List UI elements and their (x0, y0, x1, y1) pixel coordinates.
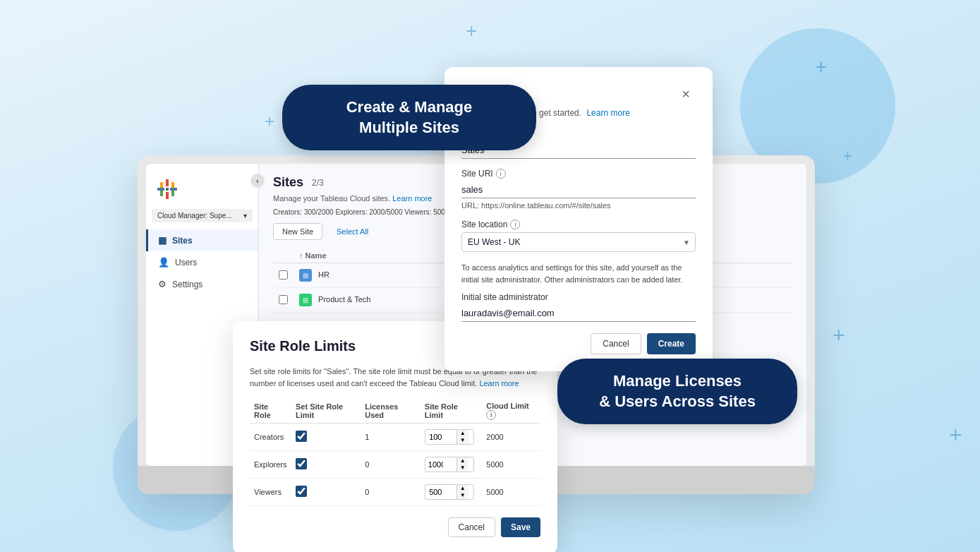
table-row: Viewers 0 ▲ ▼ 5000 (250, 479, 540, 506)
cloud-limit-info-icon[interactable]: i (486, 410, 496, 420)
table-row: Explorers 0 ▲ ▼ 5000 (250, 451, 540, 479)
sidebar-collapse-button[interactable]: ‹ (250, 174, 265, 188)
license-info-text: Creators: 300/2000 Explorers: 2000/5000 … (273, 208, 463, 216)
url-display: URL: https://online.tableau.com/#/site/s… (461, 201, 696, 210)
explorers-limit-up[interactable]: ▲ (457, 457, 468, 464)
svg-rect-6 (160, 191, 163, 196)
sites-learn-more-link[interactable]: Learn more (392, 194, 432, 203)
settings-icon: ⚙ (158, 279, 167, 289)
viewers-limit-up[interactable]: ▲ (457, 485, 468, 492)
initial-admin-input[interactable] (461, 305, 696, 322)
cancel-button[interactable]: Cancel (591, 333, 641, 354)
new-site-button[interactable]: New Site (273, 223, 322, 240)
srl-modal-actions: Cancel Save (250, 517, 540, 537)
sites-count: 2/3 (312, 178, 324, 188)
dropdown-label: Cloud Manager: Supe... (157, 212, 232, 220)
initial-admin-label: Initial site administrator (461, 292, 696, 302)
site-uri-input[interactable] (461, 181, 696, 198)
modal-close-button[interactable]: × (676, 84, 696, 104)
sidebar-item-sites[interactable]: ▦ Sites (146, 229, 258, 251)
srl-col-role-limit: Site Role Limit (421, 399, 482, 424)
licenses-used-cell: 0 (361, 479, 421, 506)
licenses-used-cell: 1 (361, 424, 421, 451)
dropdown-arrow-icon: ▾ (243, 212, 247, 220)
role-name: Viewers (250, 479, 291, 506)
site-location-label: Site location i (461, 220, 696, 229)
role-limit-cell: ▲ ▼ (421, 479, 482, 506)
create-button[interactable]: Create (647, 333, 696, 354)
viewers-limit-input[interactable] (425, 486, 456, 498)
feature-pill-create-manage: Create & ManageMultiple Sites (282, 85, 536, 150)
site-location-select-wrapper: EU West - UK US West US East Asia Pacifi… (461, 232, 696, 252)
srl-save-button[interactable]: Save (501, 517, 540, 537)
site-uri-info-icon[interactable]: i (496, 169, 506, 179)
svg-rect-5 (171, 182, 174, 188)
svg-rect-3 (170, 188, 177, 191)
nav-label-settings: Settings (172, 280, 202, 289)
sites-icon: ▦ (158, 235, 167, 246)
site-location-info-icon[interactable]: i (510, 220, 520, 229)
plus-icon: + (843, 148, 852, 164)
col-checkbox (273, 248, 294, 263)
svg-rect-4 (160, 182, 163, 188)
site-location-select[interactable]: EU West - UK US West US East Asia Pacifi… (461, 232, 696, 252)
creators-limit-up[interactable]: ▲ (457, 430, 468, 437)
sidebar-logo (146, 172, 258, 209)
site-location-field-group: Site location i EU West - UK US West US … (461, 220, 696, 252)
svg-rect-0 (166, 179, 169, 186)
nav-label-users: Users (175, 258, 197, 268)
role-limit-cell: ▲ ▼ (421, 451, 482, 479)
feature-pill-licenses-users: Manage Licenses& Users Across Sites (557, 359, 797, 424)
sidebar-item-users[interactable]: 👤 Users (146, 251, 258, 273)
modal-learn-more-link[interactable]: Learn more (586, 108, 629, 118)
explorers-limit-down[interactable]: ▼ (457, 464, 468, 472)
users-icon: 👤 (158, 257, 169, 268)
svg-rect-8 (166, 188, 169, 191)
srl-cancel-button[interactable]: Cancel (448, 517, 495, 537)
table-row: Creators 1 ▲ ▼ 2000 (250, 424, 540, 451)
site-dropdown[interactable]: Cloud Manager: Supe... ▾ (152, 209, 253, 222)
viewers-limit-down[interactable]: ▼ (457, 492, 468, 499)
modal-actions: Cancel Create (461, 333, 696, 354)
creators-limit-down[interactable]: ▼ (457, 437, 468, 444)
site-role-table: Site Role Set Site Role Limit Licenses U… (250, 399, 540, 506)
creators-set-limit-checkbox[interactable] (296, 431, 307, 442)
admin-note-text: To access analytics and settings for thi… (461, 262, 696, 285)
set-limit-cell (291, 424, 361, 451)
licenses-used-cell: 0 (361, 451, 421, 479)
creators-limit-spinner: ▲ ▼ (425, 429, 474, 445)
site-name: HR (318, 270, 329, 279)
site-color-icon: ⊞ (299, 294, 312, 306)
site-name: Product & Tech (318, 295, 370, 304)
feature-pill-1-text: Create & ManageMultiple Sites (346, 98, 473, 136)
explorers-limit-input[interactable] (425, 458, 456, 471)
role-limit-cell: ▲ ▼ (421, 424, 482, 451)
tableau-logo-icon (156, 178, 179, 200)
site-uri-field-group: Site URI i URL: https://online.tableau.c… (461, 169, 696, 210)
nav-label-sites: Sites (172, 236, 193, 246)
row-checkbox[interactable] (279, 270, 288, 280)
sites-page-title: Sites (273, 175, 303, 190)
initial-admin-field-group: Initial site administrator (461, 292, 696, 322)
feature-pill-2-text: Manage Licenses& Users Across Sites (599, 372, 756, 410)
svg-rect-7 (171, 191, 174, 196)
plus-icon: + (466, 21, 477, 41)
sidebar-item-settings[interactable]: ⚙ Settings (146, 273, 258, 295)
viewers-set-limit-checkbox[interactable] (296, 486, 307, 497)
set-limit-cell (291, 451, 361, 479)
cloud-limit-cell: 5000 (482, 451, 540, 479)
explorers-set-limit-checkbox[interactable] (296, 458, 307, 469)
cloud-limit-cell: 2000 (482, 424, 540, 451)
sites-subtitle-text: Manage your Tableau Cloud sites. (273, 194, 390, 203)
role-name: Creators (250, 424, 291, 451)
select-all-button[interactable]: Select All (328, 223, 377, 240)
plus-icon: + (265, 113, 274, 130)
svg-rect-1 (166, 192, 169, 199)
cloud-limit-cell: 5000 (482, 479, 540, 506)
row-checkbox[interactable] (279, 295, 288, 304)
creators-limit-input[interactable] (425, 431, 456, 443)
srl-learn-more-link[interactable]: Learn more (479, 379, 519, 388)
set-limit-cell (291, 479, 361, 506)
explorers-limit-spinner: ▲ ▼ (425, 457, 474, 472)
viewers-limit-spinner: ▲ ▼ (425, 484, 474, 500)
